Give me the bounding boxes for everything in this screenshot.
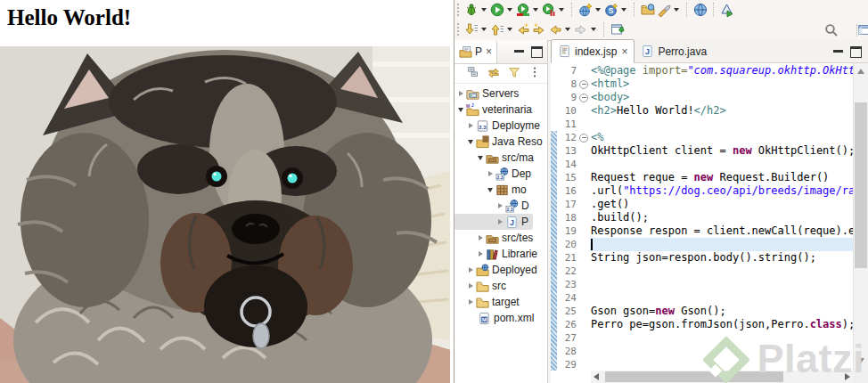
coverage-icon[interactable] [515, 2, 531, 18]
scroll-left-icon[interactable] [594, 373, 599, 380]
code-text[interactable] [590, 278, 853, 291]
link-with-editor-icon[interactable] [487, 66, 500, 82]
next-annotation-icon[interactable] [463, 21, 479, 37]
scroll-down-icon[interactable] [857, 358, 864, 363]
dropdown-arrow-icon[interactable] [559, 8, 564, 12]
code-text[interactable]: Request reque = new Request.Builder() [590, 171, 853, 184]
code-text[interactable]: <body> [590, 91, 853, 104]
tree-item-deployed[interactable]: Deployed [454, 262, 542, 278]
code-text[interactable]: OkHttpClient client = new OkHttpClient()… [590, 144, 853, 158]
new-server-icon[interactable]: S [603, 2, 619, 18]
code-text[interactable]: .get() [590, 198, 853, 211]
new-web-wizard-icon[interactable] [577, 2, 594, 18]
tab-index-jsp[interactable]: index.jsp × [551, 39, 635, 63]
collapse-all-icon[interactable] [467, 66, 479, 82]
tree-expanded-arrow-icon[interactable] [478, 156, 483, 160]
dropdown-arrow-icon[interactable] [565, 28, 570, 31]
code-text[interactable]: Perro pe=gson.fromJson(json,Perro.class)… [590, 318, 853, 331]
tree-item-servers[interactable]: Servers [454, 86, 523, 102]
tree-item-librarie[interactable]: Librarie [454, 246, 542, 262]
web-browser-icon[interactable] [692, 2, 708, 18]
tree-item-pom-xml[interactable]: Mpom.xml [454, 310, 538, 326]
perspective-icon[interactable] [857, 22, 868, 38]
maximize-button[interactable] [531, 46, 543, 58]
tab-perro-java[interactable]: J Perro.java [635, 40, 713, 62]
back-icon[interactable] [547, 21, 563, 37]
tab-package-explorer[interactable]: P × [454, 41, 497, 63]
tree-collapsed-arrow-icon[interactable] [479, 251, 483, 257]
tree-expanded-arrow-icon[interactable] [468, 140, 473, 144]
vertical-scrollbar-thumb[interactable] [855, 102, 867, 268]
filter-icon[interactable] [508, 66, 520, 82]
minimize-button[interactable] [514, 46, 524, 53]
view-menu-icon[interactable] [528, 66, 541, 82]
code-text[interactable]: <html> [590, 77, 853, 91]
dropdown-arrow-icon[interactable] [481, 28, 487, 31]
tree-item-d[interactable]: 2.3D [454, 198, 534, 214]
code-text[interactable] [590, 238, 853, 251]
code-text[interactable]: Gson gson=new Gson(); [590, 305, 853, 318]
close-icon[interactable]: × [621, 46, 627, 57]
horizontal-scrollbar[interactable] [591, 371, 853, 383]
fold-collapse-icon[interactable] [577, 131, 590, 144]
close-icon[interactable]: × [486, 46, 492, 57]
tree-collapsed-arrow-icon[interactable] [469, 299, 473, 305]
tree-item-deployme[interactable]: 2.3Deployme [454, 118, 545, 134]
dropdown-arrow-icon[interactable] [507, 28, 512, 31]
tree-collapsed-arrow-icon[interactable] [469, 283, 473, 289]
pin-editor-icon[interactable] [610, 21, 626, 37]
code-text[interactable] [590, 118, 853, 131]
scroll-up-icon[interactable] [857, 69, 864, 74]
tree-item-p[interactable]: JP [454, 214, 533, 230]
code-text[interactable]: Response respon = client.newCall(reque).… [590, 224, 853, 238]
code-text[interactable]: .url("https://dog.ceo/api/breeds/image/r… [590, 184, 853, 198]
tree-item-veterinaria[interactable]: MJveterinaria [454, 102, 536, 118]
tree-collapsed-arrow-icon[interactable] [459, 91, 463, 96]
minimize-button[interactable] [833, 46, 843, 53]
tree-collapsed-arrow-icon[interactable] [498, 203, 503, 208]
scroll-right-icon[interactable] [845, 373, 850, 380]
code-text[interactable] [590, 265, 853, 278]
tree-item-java-reso[interactable]: Java Reso [454, 134, 547, 150]
dropdown-arrow-icon[interactable] [481, 8, 487, 12]
code-text[interactable]: String json=respon.body().string(); [590, 251, 853, 265]
code-lines[interactable]: 7<%@page import="com.squareup.okhttp.OkH… [551, 63, 853, 371]
import-icon[interactable] [640, 2, 656, 18]
code-text[interactable]: .build(); [590, 211, 853, 224]
fold-collapse-icon[interactable] [577, 77, 590, 91]
fold-collapse-icon[interactable] [577, 91, 590, 104]
tree-item-dep[interactable]: 2.3Dep [454, 166, 536, 182]
tree-item-target[interactable]: target [454, 294, 524, 310]
code-text[interactable] [590, 291, 853, 305]
tree-collapsed-arrow-icon[interactable] [488, 171, 493, 176]
code-text[interactable] [590, 331, 853, 345]
forward-icon[interactable] [573, 21, 589, 37]
code-text[interactable]: <% [590, 131, 853, 144]
code-text[interactable] [590, 158, 853, 171]
dropdown-arrow-icon[interactable] [621, 8, 626, 12]
tree-item-mo[interactable]: mo [454, 182, 531, 198]
tree-item-src[interactable]: src [454, 278, 511, 294]
previous-edit-location-icon[interactable] [515, 21, 531, 37]
tree-expanded-arrow-icon[interactable] [487, 188, 493, 192]
tree-item-src-tes[interactable]: src/tes [454, 230, 537, 246]
dropdown-arrow-icon[interactable] [595, 8, 601, 12]
dropdown-arrow-icon[interactable] [591, 28, 596, 31]
tree-collapsed-arrow-icon[interactable] [469, 123, 473, 128]
style-brush-icon[interactable] [656, 2, 672, 18]
code-text[interactable] [590, 358, 853, 371]
code-text[interactable]: <%@page import="com.squareup.okhttp.OkHt… [590, 64, 853, 77]
dropdown-arrow-icon[interactable] [533, 8, 538, 12]
profile-icon[interactable] [541, 2, 557, 18]
tree-item-src-ma[interactable]: src/ma [454, 150, 538, 166]
tree-expanded-arrow-icon[interactable] [458, 108, 463, 112]
next-edit-location-icon[interactable] [531, 21, 547, 37]
run-icon[interactable] [489, 2, 505, 18]
debug-icon[interactable] [463, 2, 479, 18]
code-text[interactable] [590, 345, 853, 358]
tree-collapsed-arrow-icon[interactable] [479, 235, 483, 240]
horizontal-scrollbar-thumb[interactable] [605, 371, 783, 382]
tree-collapsed-arrow-icon[interactable] [469, 267, 473, 273]
ant-build-icon[interactable] [719, 2, 735, 18]
search-icon[interactable] [823, 22, 839, 38]
